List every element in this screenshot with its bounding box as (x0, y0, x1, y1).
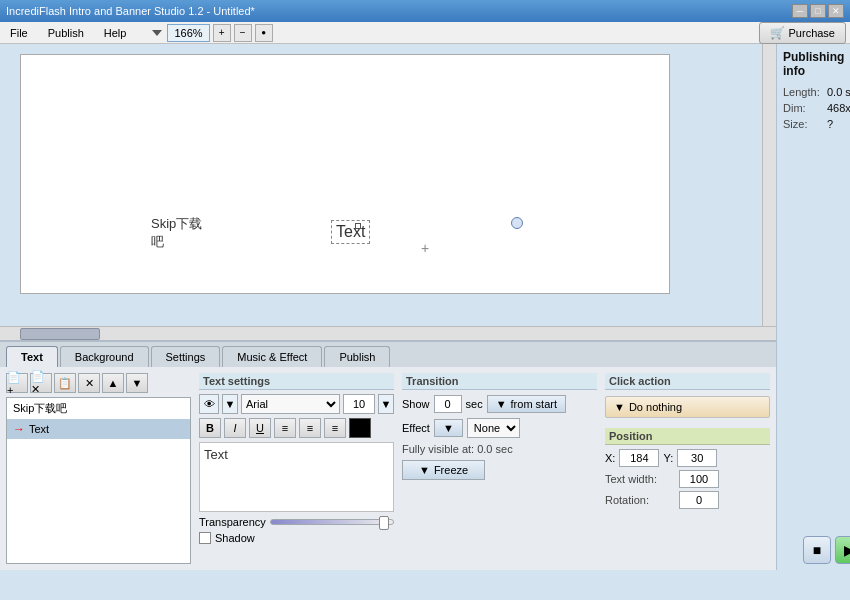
font-select[interactable]: Arial (241, 394, 340, 414)
zoom-out-button[interactable]: − (234, 24, 252, 42)
transparency-slider[interactable] (270, 519, 394, 525)
list-toolbar: 📄+ 📄✕ 📋 ✕ ▲ ▼ (6, 373, 191, 393)
delete-icon: 📄✕ (31, 370, 51, 396)
length-value: 0.0 s (827, 86, 850, 98)
bold-button[interactable]: B (199, 418, 221, 438)
zoom-value: 166% (174, 27, 202, 39)
tab-settings[interactable]: Settings (151, 346, 221, 367)
freeze-arrow-icon: ▼ (419, 464, 430, 476)
menu-file[interactable]: File (4, 25, 34, 41)
show-input[interactable] (434, 395, 462, 413)
selected-arrow-icon: → (13, 422, 25, 436)
font-arrow-button[interactable]: ▼ (222, 394, 238, 414)
play-button[interactable]: ▶ (835, 536, 850, 564)
window-controls: ─ □ ✕ (792, 4, 844, 18)
effect-dropdown-button[interactable]: ▼ (434, 419, 463, 437)
format-row: B I U ≡ ≡ ≡ (199, 418, 394, 438)
item-text-selected: Text (29, 423, 49, 435)
purchase-button[interactable]: 🛒 Purchase (759, 22, 846, 44)
list-up-button[interactable]: ▲ (102, 373, 124, 393)
click-action-panel: Click action ▼ Do nothing Position X: Y: (605, 373, 770, 564)
close-button[interactable]: ✕ (828, 4, 844, 18)
length-label: Length: (783, 86, 823, 98)
text-preview: Text (199, 442, 394, 512)
size-label: Size: (783, 118, 823, 130)
canvas-hscrollbar[interactable] (0, 326, 776, 340)
align-center-button[interactable]: ≡ (299, 418, 321, 438)
color-picker-button[interactable] (349, 418, 371, 438)
eye-button[interactable]: 👁 (199, 394, 219, 414)
action-arrow-icon: ▼ (614, 401, 625, 413)
canvas-vscrollbar[interactable] (762, 44, 776, 326)
zoom-dropdown-arrow[interactable] (152, 30, 162, 36)
maximize-button[interactable]: □ (810, 4, 826, 18)
tab-text[interactable]: Text (6, 346, 58, 367)
width-input[interactable] (679, 470, 719, 488)
list-add-button[interactable]: 📄+ (6, 373, 28, 393)
app-title: IncrediFlash Intro and Banner Studio 1.2… (6, 5, 255, 17)
canvas-area: Skip下载 吧 Text + (0, 44, 776, 326)
tab-music-effect[interactable]: Music & Effect (222, 346, 322, 367)
font-size-input[interactable]: 10 (343, 394, 375, 414)
play-icon: ▶ (844, 542, 850, 558)
visible-row: Fully visible at: 0.0 sec (402, 443, 597, 455)
item-text: Skip下载吧 (13, 401, 67, 416)
transparency-row: Transparency (199, 516, 394, 528)
list-delete-button[interactable]: 📄✕ (30, 373, 52, 393)
length-row: Length: 0.0 s (783, 86, 850, 98)
hscrollbar-thumb[interactable] (20, 328, 100, 340)
list-item-selected[interactable]: → Text (7, 419, 190, 439)
tab-publish[interactable]: Publish (324, 346, 390, 367)
x-label: X: (605, 452, 615, 464)
click-action-title: Click action (605, 373, 770, 390)
align-right-button[interactable]: ≡ (324, 418, 346, 438)
tab-background[interactable]: Background (60, 346, 149, 367)
position-section: Position X: Y: Text width: Rotatio (605, 428, 770, 512)
list-panel: 📄+ 📄✕ 📋 ✕ ▲ ▼ (6, 373, 191, 564)
width-row: Text width: (605, 470, 770, 488)
font-size-arrow[interactable]: ▼ (378, 394, 394, 414)
list-down-button[interactable]: ▼ (126, 373, 148, 393)
stop-button[interactable]: ■ (803, 536, 831, 564)
tab-content: 📄+ 📄✕ 📋 ✕ ▲ ▼ (0, 367, 776, 570)
effect-select[interactable]: None (467, 418, 520, 438)
italic-button[interactable]: I (224, 418, 246, 438)
item-list: Skip下载吧 → Text (6, 397, 191, 564)
transition-title: Transition (402, 373, 597, 390)
y-label: Y: (663, 452, 673, 464)
y-input[interactable] (677, 449, 717, 467)
panel-btn-row: ■ ▶ (783, 528, 850, 564)
underline-button[interactable]: U (249, 418, 271, 438)
rotation-input[interactable] (679, 491, 719, 509)
rotation-label: Rotation: (605, 494, 675, 506)
from-start-button[interactable]: ▼ from start (487, 395, 566, 413)
slider-thumb[interactable] (379, 516, 389, 530)
text-settings-title: Text settings (199, 373, 394, 390)
eye-icon: 👁 (204, 398, 215, 410)
menu-help[interactable]: Help (98, 25, 133, 41)
list-remove-button[interactable]: ✕ (78, 373, 100, 393)
canvas-text-object[interactable]: Text (331, 220, 370, 244)
publishing-info-title: Publishing info (783, 50, 850, 78)
effect-arrow-icon: ▼ (443, 422, 454, 434)
size-value: ? (827, 118, 833, 130)
do-nothing-button[interactable]: ▼ Do nothing (605, 396, 770, 418)
add-icon: 📄+ (7, 371, 27, 396)
shadow-row: Shadow (199, 532, 394, 544)
dim-label: Dim: (783, 102, 823, 114)
x-input[interactable] (619, 449, 659, 467)
transition-panel: Transition Show sec ▼ from start Effect (402, 373, 597, 564)
freeze-button[interactable]: ▼ Freeze (402, 460, 485, 480)
menu-publish[interactable]: Publish (42, 25, 90, 41)
dropdown-icon: ▼ (496, 398, 507, 410)
canvas-resize-handle[interactable] (355, 223, 361, 229)
align-left-button[interactable]: ≡ (274, 418, 296, 438)
zoom-reset-button[interactable]: ● (255, 24, 273, 42)
zoom-in-button[interactable]: + (213, 24, 231, 42)
minimize-button[interactable]: ─ (792, 4, 808, 18)
shadow-checkbox[interactable] (199, 532, 211, 544)
list-item[interactable]: Skip下载吧 (7, 398, 190, 419)
canvas[interactable]: Skip下载 吧 Text + (20, 54, 670, 294)
list-copy-button[interactable]: 📋 (54, 373, 76, 393)
font-row: 👁 ▼ Arial 10 ▼ (199, 394, 394, 414)
